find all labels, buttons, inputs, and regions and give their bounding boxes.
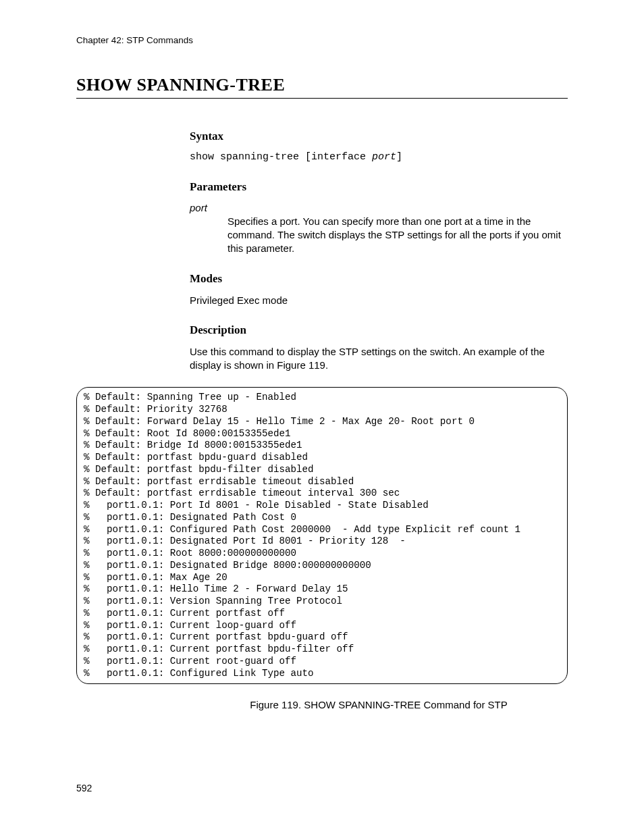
syntax-heading: Syntax [190, 130, 568, 143]
description-text: Use this command to display the STP sett… [190, 345, 568, 373]
syntax-code-suffix: ] [396, 151, 402, 163]
page-container: Chapter 42: STP Commands SHOW SPANNING-T… [0, 0, 644, 834]
syntax-code-prefix: show spanning-tree [interface [190, 151, 372, 163]
modes-text: Privileged Exec mode [190, 294, 568, 307]
page-title: SHOW SPANNING-TREE [76, 75, 568, 99]
syntax-code: show spanning-tree [interface port] [190, 151, 568, 164]
figure-caption: Figure 119. SHOW SPANNING-TREE Command f… [190, 699, 568, 710]
code-example-output: % Default: Spanning Tree up - Enabled % … [76, 387, 568, 684]
parameter-term: port [190, 202, 568, 213]
syntax-code-param: port [372, 151, 396, 163]
code-example-wrapper: % Default: Spanning Tree up - Enabled % … [76, 387, 568, 684]
parameters-heading: Parameters [190, 180, 568, 194]
description-heading: Description [190, 323, 568, 337]
chapter-header: Chapter 42: STP Commands [76, 35, 568, 45]
parameter-description: Specifies a port. You can specify more t… [227, 215, 568, 256]
page-number: 592 [76, 783, 92, 793]
modes-heading: Modes [190, 272, 568, 286]
content-column: Syntax show spanning-tree [interface por… [190, 130, 568, 372]
